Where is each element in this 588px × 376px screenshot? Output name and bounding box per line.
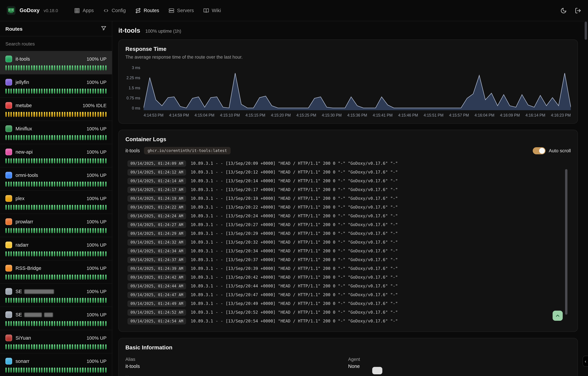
route-item-se-2[interactable]: SE100% UP — [0, 307, 112, 330]
uptime-bar — [8, 298, 9, 303]
log-message: 10.89.3.1 - - [13/Sep/20:44 +0000] "HEAD… — [191, 284, 398, 288]
uptime-bar — [62, 135, 63, 140]
uptime-bar — [90, 298, 91, 303]
route-item-radarr[interactable]: radarr100% UP — [0, 237, 112, 261]
uptime-bar — [100, 275, 101, 280]
uptime-bar — [82, 89, 84, 94]
uptime-bar — [51, 158, 53, 163]
route-item-metube[interactable]: metube100% IDLE — [0, 98, 112, 121]
nav-label: Routes — [144, 8, 159, 13]
uptime-bar — [59, 182, 60, 187]
uptime-bar — [36, 321, 37, 326]
uptime-bar — [46, 344, 48, 349]
uptime-bar — [56, 298, 58, 303]
scroll-to-bottom-button[interactable] — [553, 311, 563, 321]
route-item-siyuan[interactable]: SiYuan100% UP — [0, 330, 112, 354]
uptime-bar — [28, 368, 30, 373]
route-item-jellyfin[interactable]: jellyfin100% UP — [0, 74, 112, 98]
uptime-bar — [5, 275, 7, 280]
uptime-bar — [13, 135, 14, 140]
logout-icon[interactable] — [575, 7, 581, 14]
uptime-bar — [8, 112, 9, 117]
uptime-bar — [67, 135, 68, 140]
uptime-bar — [11, 344, 12, 349]
uptime-bar — [31, 205, 32, 210]
uptime-bar — [80, 344, 81, 349]
uptime-bar — [105, 321, 106, 326]
log-message: 10.89.3.1 - - [13/Sep/20:19 +0000] "HEAD… — [191, 196, 398, 201]
auto-scroll-toggle[interactable] — [533, 147, 545, 154]
uptime-bar — [23, 205, 25, 210]
uptime-bar — [77, 65, 78, 70]
uptime-bar — [87, 344, 88, 349]
uptime-bar — [82, 344, 84, 349]
uptime-bar — [64, 321, 65, 326]
log-message: 10.89.3.1 - - [13/Sep/20:12 +0000] "HEAD… — [191, 170, 398, 175]
uptime-bar — [18, 228, 20, 233]
uptime-bar — [39, 65, 40, 70]
log-message: 10.89.3.1 - - [13/Sep/20:34 +0000] "HEAD… — [191, 249, 398, 253]
uptime-bar — [64, 368, 65, 373]
uptime-bar — [64, 228, 65, 233]
uptime-bar — [44, 65, 45, 70]
uptime-bar — [49, 65, 50, 70]
uptime-bar — [77, 158, 78, 163]
route-item-it-tools[interactable]: it-tools100% UP — [0, 51, 112, 74]
uptime-bar — [90, 205, 91, 210]
uptime-bars — [5, 368, 107, 373]
nav-item-servers[interactable]: Servers — [169, 8, 194, 13]
uptime-bar — [26, 251, 27, 256]
x-tick-label: 4:14:53 PM — [144, 113, 163, 117]
uptime-bar — [13, 182, 14, 187]
route-item-new-api[interactable]: new-api100% UP — [0, 144, 112, 167]
log-row: 09/14/2025, 01:24:37 AM10.89.3.1 - - [13… — [128, 255, 571, 264]
log-message: 10.89.3.1 - - [13/Sep/20:37 +0000] "HEAD… — [191, 257, 398, 262]
filter-icon[interactable] — [101, 25, 107, 32]
uptime-bar — [59, 158, 60, 163]
uptime-bars — [5, 135, 107, 140]
uptime-bar — [82, 65, 84, 70]
uptime-bar — [69, 112, 71, 117]
route-item-sonarr[interactable]: sonarr100% UP — [0, 354, 112, 376]
uptime-bar — [59, 368, 60, 373]
rss-bridge-app-icon — [5, 265, 12, 272]
log-message: 10.89.3.1 - - [13/Sep/20:14 +0000] "HEAD… — [191, 178, 398, 183]
uptime-bar — [16, 298, 17, 303]
route-item-plex[interactable]: plex100% UP — [0, 191, 112, 214]
route-item-prowlarr[interactable]: prowlarr100% UP — [0, 214, 112, 237]
info-field-host: Host — [125, 375, 348, 376]
x-tick-label: 4:16:04 PM — [475, 113, 494, 117]
response-time-title: Response Time — [125, 46, 571, 52]
nav-item-apps[interactable]: Apps — [74, 8, 94, 13]
route-item-se-1[interactable]: SE100% UP — [0, 284, 112, 307]
route-item-omni-tools[interactable]: omni-tools100% UP — [0, 167, 112, 191]
nav-item-config[interactable]: Config — [103, 8, 126, 13]
uptime-bar — [67, 112, 68, 117]
uptime-bar — [44, 182, 45, 187]
uptime-bar — [11, 205, 12, 210]
uptime-bar — [54, 65, 55, 70]
app-version: v0.18.0 — [44, 8, 58, 13]
nav-item-routes[interactable]: Routes — [135, 8, 159, 13]
uptime-bar — [97, 321, 99, 326]
route-item-miniflux[interactable]: Miniflux100% UP — [0, 121, 112, 144]
panel-collapse-tab[interactable]: ‹ — [583, 356, 588, 366]
route-status: 100% IDLE — [83, 103, 107, 108]
uptime-bar — [41, 368, 43, 373]
log-row: 09/14/2025, 01:24:54 AM10.89.3.1 - - [13… — [128, 317, 571, 325]
uptime-bar — [85, 135, 86, 140]
uptime-bar — [16, 158, 17, 163]
nav-item-wiki[interactable]: Wiki — [203, 8, 221, 13]
route-item-rss-bridge[interactable]: RSS-Bridge100% UP — [0, 261, 112, 284]
uptime-bar — [54, 275, 55, 280]
uptime-bar — [11, 65, 12, 70]
log-scrollbar-thumb[interactable] — [565, 169, 567, 315]
uptime-bar — [80, 112, 81, 117]
uptime-bar — [105, 251, 106, 256]
uptime-bar — [59, 228, 60, 233]
search-input[interactable] — [0, 41, 112, 46]
theme-toggle-moon-icon[interactable] — [560, 7, 567, 14]
uptime-bar — [39, 228, 40, 233]
x-tick-label: 4:15:04 PM — [194, 113, 214, 117]
page-scrollbar-thumb[interactable] — [585, 21, 587, 40]
